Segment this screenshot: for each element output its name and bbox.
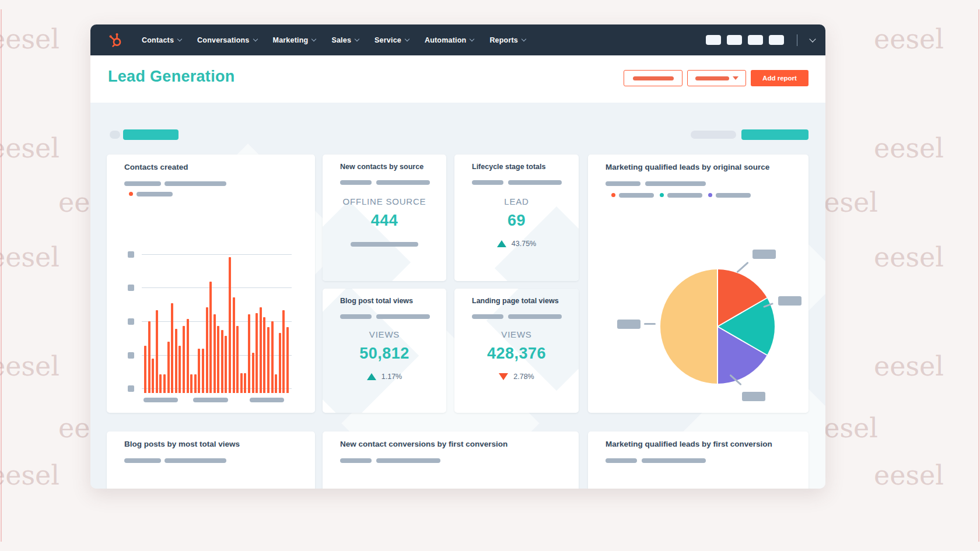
card-lifecycle-stage-totals: Lifecycle stage totals LEAD 69 43.75%	[454, 155, 579, 281]
nav-item-sales[interactable]: Sales	[331, 36, 359, 44]
delta-value: 43.75%	[512, 240, 536, 248]
bar	[233, 297, 235, 393]
pie-callout-label	[752, 250, 776, 259]
placeholder-bar	[164, 458, 226, 463]
bar	[260, 307, 262, 393]
legend-placeholder-bar	[667, 193, 702, 198]
nav-item-label: Reports	[489, 36, 518, 44]
bar	[163, 374, 166, 393]
metric-label: VIEWS	[323, 329, 446, 339]
trend-up-icon	[367, 373, 376, 380]
delta-value: 2.78%	[513, 373, 534, 381]
watermark-text: eesel	[874, 23, 944, 55]
legend-placeholder-bar	[136, 192, 173, 196]
bar	[171, 303, 173, 393]
bar	[256, 313, 258, 393]
bar	[144, 346, 146, 393]
nav-item-reports[interactable]: Reports	[489, 36, 526, 44]
nav-icon-placeholder[interactable]	[769, 35, 784, 45]
card-title: New contact conversions by first convers…	[340, 440, 508, 448]
bar	[282, 310, 285, 393]
bar	[263, 317, 265, 393]
card-mql-by-first-conversion: Marketing qualified leads by first conve…	[588, 431, 808, 489]
nav-item-marketing[interactable]: Marketing	[273, 36, 316, 44]
placeholder-bar	[340, 458, 372, 463]
bar	[187, 319, 189, 393]
watermark-text: eesel	[0, 350, 60, 382]
add-report-button[interactable]: Add report	[751, 70, 808, 86]
nav-icon-placeholder[interactable]	[727, 35, 742, 45]
main-nav: Contacts Conversations Marketing Sales S…	[90, 24, 825, 55]
bar	[206, 307, 208, 393]
nav-icon-placeholder[interactable]	[748, 35, 763, 45]
trend-down-icon	[499, 373, 508, 380]
y-tick-placeholder	[128, 385, 134, 392]
metric-label: VIEWS	[454, 329, 579, 339]
dashboard-window: Contacts Conversations Marketing Sales S…	[90, 24, 825, 489]
account-chevron-down-icon[interactable]	[809, 36, 816, 42]
card-title: Lifecycle stage totals	[472, 163, 545, 171]
placeholder-bar	[508, 180, 562, 185]
card-title: Marketing qualified leads by first conve…	[606, 440, 772, 448]
chevron-down-icon	[355, 37, 359, 41]
pie-callout-label	[742, 392, 765, 401]
card-landing-page-total-views: Landing page total views VIEWS 428,376 2…	[454, 289, 579, 413]
bar	[244, 373, 246, 393]
bar	[229, 257, 231, 393]
nav-icon-placeholder[interactable]	[706, 35, 721, 45]
dashboard-tab-placeholder[interactable]	[123, 129, 178, 140]
watermark-text: eesel	[874, 241, 944, 273]
bar	[225, 336, 227, 393]
card-new-contact-conversions: New contact conversions by first convers…	[323, 431, 579, 489]
card-title: Landing page total views	[472, 297, 559, 305]
bar	[194, 374, 197, 393]
pie-callout-label	[617, 320, 640, 329]
card-title: New contacts by source	[340, 163, 424, 171]
bar	[183, 326, 185, 393]
bar	[152, 359, 154, 393]
watermark-text: eesel	[874, 132, 944, 164]
card-title: Blog posts by most total views	[124, 440, 240, 448]
bar	[190, 374, 192, 393]
bar-chart-bars	[144, 250, 289, 393]
metric-value: 50,812	[323, 345, 446, 363]
card-title: Contacts created	[124, 163, 188, 171]
nav-item-automation[interactable]: Automation	[425, 36, 474, 44]
placeholder-bar	[695, 76, 729, 80]
bar	[167, 342, 170, 393]
placeholder-bar	[164, 181, 226, 186]
bar	[236, 326, 239, 393]
nav-menu: Contacts Conversations Marketing Sales S…	[142, 24, 526, 55]
nav-item-label: Marketing	[273, 36, 309, 44]
nav-right-cluster	[706, 24, 815, 55]
action-button-placeholder[interactable]	[741, 129, 808, 140]
nav-item-conversations[interactable]: Conversations	[197, 36, 257, 44]
nav-item-service[interactable]: Service	[374, 36, 409, 44]
bar	[198, 349, 200, 393]
watermark-text: eesel	[0, 23, 60, 55]
toolbar-placeholder[interactable]	[691, 131, 736, 139]
card-blog-posts-by-most-total-views: Blog posts by most total views	[107, 431, 315, 489]
nav-item-contacts[interactable]: Contacts	[142, 36, 181, 44]
bar	[148, 321, 150, 393]
hubspot-logo[interactable]	[108, 32, 123, 50]
chevron-down-icon	[522, 37, 526, 41]
right-edge-decoration	[978, 9, 979, 542]
card-contacts-created: Contacts created	[107, 155, 315, 413]
chevron-down-icon	[177, 37, 182, 41]
metric-value: 69	[454, 212, 579, 230]
bar	[209, 282, 212, 393]
legend-placeholder-bar	[619, 193, 654, 198]
watermark-text: eesel	[874, 459, 944, 491]
dashboard-selector-placeholder[interactable]	[110, 131, 120, 139]
bar	[286, 327, 289, 393]
y-tick-placeholder	[128, 352, 134, 359]
placeholder-bar	[376, 314, 430, 319]
pie-callout-connector	[736, 262, 748, 273]
bar	[267, 327, 270, 393]
metric-label: OFFLINE SOURCE	[323, 196, 446, 206]
metric-value: 428,376	[454, 345, 579, 363]
filter-button-1[interactable]	[624, 70, 682, 86]
filter-button-2[interactable]	[687, 70, 746, 86]
chevron-down-icon	[253, 37, 257, 41]
